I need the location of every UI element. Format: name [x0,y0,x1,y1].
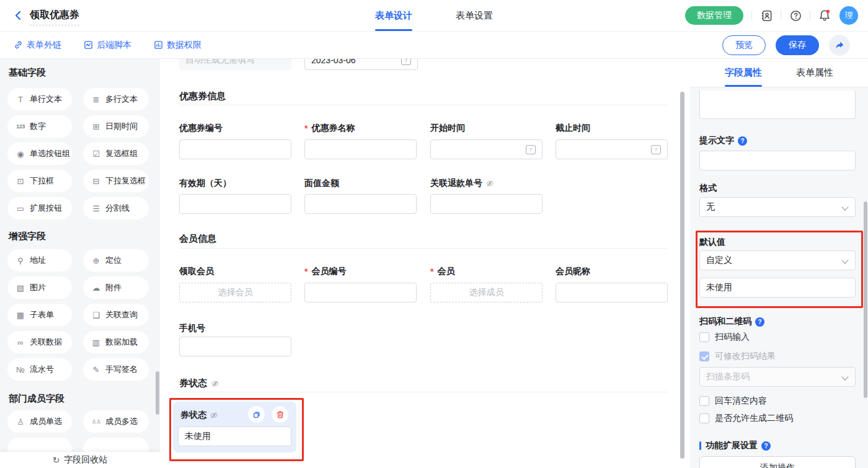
get-member-picker[interactable]: 选择会员 [179,283,291,302]
copy-field-button[interactable] [248,406,265,423]
field-recycle-bin[interactable]: ↻ 字段回收站 [0,452,160,468]
delete-field-button[interactable] [272,406,288,423]
sidebar-item-multi-dropdown[interactable]: ⊟下拉复选框 [83,170,149,192]
face-value-input[interactable] [304,194,417,214]
sidebar-item-signature[interactable]: ✎手写签名 [83,358,149,381]
member-no-input[interactable] [304,283,417,302]
coupon-name-input[interactable] [304,139,417,159]
refund-no-input[interactable] [430,194,542,214]
field-label-member: *会员 [430,266,454,277]
sidebar-item-linked-data[interactable]: ∞关联数据 [7,331,72,353]
sidebar-item-serial-number[interactable]: №流水号 [7,358,72,381]
sidebar-item-subform[interactable]: ▦子表单 [7,304,72,326]
start-time-input[interactable] [430,139,542,159]
calendar-icon: ⊞ [91,122,102,131]
editable-result-checkbox-row[interactable]: 可修改扫码结果 [699,351,776,362]
status-value-input[interactable]: 未使用 [178,426,291,446]
member-nick-input[interactable] [556,283,668,302]
sidebar-item-number[interactable]: 123数字 [7,115,72,138]
coupon-no-input[interactable] [179,139,291,159]
serial-number-icon: № [15,365,26,374]
valid-days-input[interactable] [179,194,291,214]
selected-field-card[interactable]: 券状态 未使用 [173,402,296,453]
add-action-button[interactable]: 添加操作 [699,456,856,468]
form-title[interactable]: 领取优惠券 [30,9,79,25]
sidebar-item-divider-line[interactable]: ☰分割线 [83,197,149,219]
sidebar-item-member-multi[interactable]: ♙♙成员多选 [83,410,149,433]
trash-icon [276,410,285,419]
sidebar-item-dropdown[interactable]: ⊡下拉框 [7,170,72,192]
field-label-end-time: 截止时间 [556,123,590,134]
address-book-icon[interactable] [760,9,773,22]
user-avatar[interactable]: 理 [839,6,858,25]
help-badge-icon[interactable] [761,441,771,451]
checkbox-unchecked[interactable] [699,332,709,342]
tab-form-properties[interactable]: 表单属性 [796,58,833,87]
default-type-select[interactable]: 自定义 [699,250,856,270]
section-divider [179,392,668,392]
tab-form-settings[interactable]: 表单设置 [456,0,493,31]
field-name-input[interactable] [699,91,856,119]
panel-tabs: 字段属性 表单属性 [690,58,868,87]
sidebar-item-datetime[interactable]: ⊞日期时间 [83,115,149,138]
sidebar-item-multi-line-text[interactable]: ≣多行文本 [83,88,149,110]
hint-text-input[interactable] [699,151,856,170]
field-label-face-value: 面值金额 [304,178,339,189]
phone-input[interactable] [179,337,291,356]
top-bar-actions: 数据管理 理 [685,0,858,31]
help-icon[interactable] [789,9,802,22]
checkbox-unchecked[interactable] [699,396,709,406]
form-canvas: 自动生成无需填写 2023-03-06 优惠券信息 优惠券编号 *优惠券名称 开… [160,58,690,468]
sidebar-item-attachment[interactable]: ☁附件 [83,276,149,299]
data-permission-button[interactable]: 数据权限 [154,40,202,51]
member-picker[interactable]: 选择成员 [430,283,542,302]
calendar-icon [651,145,661,154]
calendar-icon [526,145,536,154]
backend-script-button[interactable]: 后端脚本 [84,40,131,51]
preview-button[interactable]: 预览 [722,35,766,55]
sidebar-item-member-single[interactable]: ♙成员单选 [7,410,72,433]
sidebar-item-single-line-text[interactable]: T单行文本 [7,88,72,110]
radio-icon: ◉ [15,149,26,159]
form-designer-app: 领取优惠券 表单设计 表单设置 数据管理 理 表单外链 [0,0,868,468]
eye-off-icon [210,411,218,420]
tab-field-properties[interactable]: 字段属性 [725,58,762,87]
sidebar-item-location[interactable]: ⊕定位 [83,249,149,272]
accent-bar [699,441,701,450]
field-label-get-member: 领取会员 [179,266,214,277]
default-value-input[interactable]: 未使用 [699,278,856,298]
sidebar-item-data-load[interactable]: ▥数据加载 [83,331,149,353]
back-button[interactable] [12,9,25,22]
external-link-button[interactable]: 表单外链 [14,40,61,51]
notification-bell-icon[interactable] [818,9,831,22]
sidebar-item-checkbox-group[interactable]: ☑复选框组 [83,143,149,165]
scan-input-checkbox-row[interactable]: 扫码输入 [699,332,750,343]
end-time-input[interactable] [556,139,668,159]
tab-form-design[interactable]: 表单设计 [375,0,412,31]
serial-number-field[interactable]: 自动生成无需填写 [179,58,291,70]
sidebar-item-address[interactable]: ⚲地址 [7,249,72,272]
help-badge-icon[interactable] [738,136,747,146]
share-button[interactable] [829,35,850,56]
date-field[interactable]: 2023-03-06 [304,58,418,70]
format-select[interactable]: 无 [699,197,856,217]
checkbox-unchecked[interactable] [699,413,709,423]
share-arrow-icon [835,40,844,50]
data-manage-button[interactable]: 数据管理 [685,6,743,25]
sidebar-item-extend-button[interactable]: ▭扩展按钮 [7,197,72,219]
sidebar-item-image[interactable]: ▧图片 [7,276,72,299]
field-label-member-no: *会员编号 [304,266,346,277]
allow-qr-checkbox-row[interactable]: 是否允许生成二维码 [699,413,793,424]
save-button[interactable]: 保存 [776,35,819,55]
enter-clear-checkbox-row[interactable]: 回车清空内容 [699,395,767,407]
sidebar-item-radio-group[interactable]: ◉单选按钮组 [7,143,72,165]
field-label-phone: 手机号 [179,323,205,334]
canvas-scrollbar[interactable] [680,92,684,459]
help-badge-icon[interactable] [755,317,764,327]
link-icon [14,40,23,50]
sidebar-scrollbar[interactable] [156,371,159,415]
sidebar-item-linked-query[interactable]: ❏关联查询 [83,304,149,326]
checkbox-icon: ☑ [91,149,102,159]
panel-scrollbar[interactable] [864,201,867,398]
panel-content: 提示文字 格式 无 默认值 自定义 未使用 扫码和二维码 扫码输入 可修改扫码结… [690,87,868,468]
